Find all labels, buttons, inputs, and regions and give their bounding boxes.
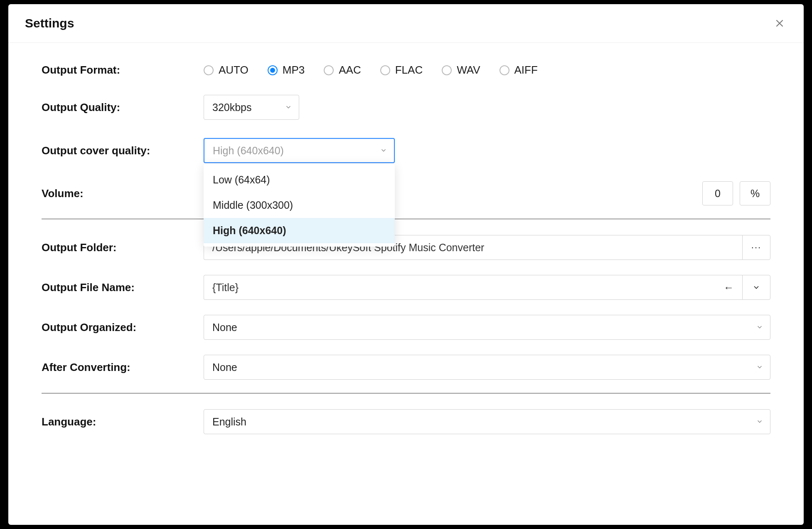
section-divider xyxy=(42,393,770,393)
modal-body: Output Format: AUTO MP3 AAC xyxy=(8,43,804,451)
cover-option-middle[interactable]: Middle (300x300) xyxy=(204,193,395,218)
output-organized-control: None xyxy=(204,315,770,340)
language-control: English xyxy=(204,409,770,434)
volume-value-suffix: 0 xyxy=(715,188,721,200)
radio-label: MP3 xyxy=(283,64,305,77)
after-converting-select[interactable]: None xyxy=(204,355,770,380)
row-after-converting: After Converting: None xyxy=(42,355,770,380)
output-cover-quality-placeholder: High (640x640) xyxy=(213,145,284,157)
modal-header: Settings xyxy=(8,4,804,43)
radio-label: AIFF xyxy=(514,64,538,77)
label-after-converting: After Converting: xyxy=(42,361,204,374)
output-cover-quality-control: High (640x640) Low (64x64) Middle (300x3… xyxy=(204,138,770,163)
output-file-name-field-group: {Title} ← xyxy=(204,275,770,300)
row-output-organized: Output Organized: None xyxy=(42,315,770,340)
row-output-file-name: Output File Name: {Title} ← xyxy=(42,275,770,300)
chevron-down-icon xyxy=(285,101,292,114)
row-output-cover-quality: Output cover quality: High (640x640) Low… xyxy=(42,138,770,163)
row-output-folder: Output Folder: /Users/apple/Documents/Uk… xyxy=(42,235,770,260)
output-organized-value: None xyxy=(212,321,237,334)
row-language: Language: English xyxy=(42,409,770,434)
label-volume: Volume: xyxy=(42,187,204,200)
chevron-down-icon xyxy=(756,361,763,373)
cover-option-high[interactable]: High (640x640) xyxy=(204,218,395,243)
radio-wav[interactable]: WAV xyxy=(442,64,480,77)
arrow-left-icon: ← xyxy=(723,282,734,294)
radio-circle-icon xyxy=(500,65,509,75)
close-button[interactable] xyxy=(772,16,787,31)
label-language: Language: xyxy=(42,415,204,428)
output-organized-select[interactable]: None xyxy=(204,315,770,340)
output-file-name-input[interactable]: {Title} ← xyxy=(204,275,742,300)
volume-unit-box: % xyxy=(740,181,770,205)
section-divider xyxy=(42,219,770,219)
output-quality-control: 320kbps xyxy=(204,95,770,120)
after-converting-control: None xyxy=(204,355,770,380)
chevron-down-icon xyxy=(756,416,763,428)
radio-label: WAV xyxy=(457,64,480,77)
output-quality-value: 320kbps xyxy=(212,101,252,114)
language-value: English xyxy=(212,416,246,428)
radio-mp3[interactable]: MP3 xyxy=(268,64,305,77)
label-output-folder: Output Folder: xyxy=(42,241,204,254)
radio-label: FLAC xyxy=(395,64,423,77)
radio-flac[interactable]: FLAC xyxy=(380,64,423,77)
radio-circle-icon xyxy=(442,65,452,75)
label-output-file-name: Output File Name: xyxy=(42,281,204,294)
radio-circle-icon xyxy=(380,65,390,75)
browse-folder-button[interactable]: ··· xyxy=(742,235,770,260)
radio-label: AAC xyxy=(339,64,361,77)
row-output-quality: Output Quality: 320kbps xyxy=(42,95,770,120)
radio-aiff[interactable]: AIFF xyxy=(500,64,538,77)
output-file-name-value: {Title} xyxy=(212,282,239,294)
radio-label: AUTO xyxy=(219,64,249,77)
label-output-cover-quality: Output cover quality: xyxy=(42,144,204,157)
row-output-format: Output Format: AUTO MP3 AAC xyxy=(42,64,770,77)
output-format-radio-group: AUTO MP3 AAC FLAC xyxy=(204,64,538,77)
volume-unit: % xyxy=(750,188,760,200)
label-output-format: Output Format: xyxy=(42,64,204,77)
label-output-organized: Output Organized: xyxy=(42,321,204,334)
chevron-down-icon xyxy=(752,283,760,292)
row-volume: Volume: 0 % xyxy=(42,181,770,205)
radio-auto[interactable]: AUTO xyxy=(204,64,249,77)
radio-aac[interactable]: AAC xyxy=(324,64,361,77)
close-icon xyxy=(774,18,785,29)
output-file-name-control: {Title} ← xyxy=(204,275,770,300)
language-select[interactable]: English xyxy=(204,409,770,434)
radio-circle-icon xyxy=(268,65,278,75)
modal-title: Settings xyxy=(25,16,74,30)
output-quality-select[interactable]: 320kbps xyxy=(204,95,299,120)
output-format-control: AUTO MP3 AAC FLAC xyxy=(204,64,770,77)
volume-readout: 0 % xyxy=(702,181,770,205)
output-cover-quality-select[interactable]: High (640x640) xyxy=(204,138,395,163)
after-converting-value: None xyxy=(212,361,237,373)
chevron-down-icon xyxy=(756,321,763,334)
chevron-down-icon xyxy=(380,145,387,157)
radio-circle-icon xyxy=(324,65,334,75)
label-output-quality: Output Quality: xyxy=(42,101,204,114)
file-name-dropdown-button[interactable] xyxy=(742,275,770,300)
settings-modal: Settings Output Format: AUTO MP3 xyxy=(8,4,804,525)
cover-quality-dropdown: Low (64x64) Middle (300x300) High (640x6… xyxy=(204,164,395,247)
cover-option-low[interactable]: Low (64x64) xyxy=(204,167,395,193)
ellipsis-icon: ··· xyxy=(751,242,761,253)
volume-value-box[interactable]: 0 xyxy=(702,181,733,205)
radio-circle-icon xyxy=(204,65,214,75)
